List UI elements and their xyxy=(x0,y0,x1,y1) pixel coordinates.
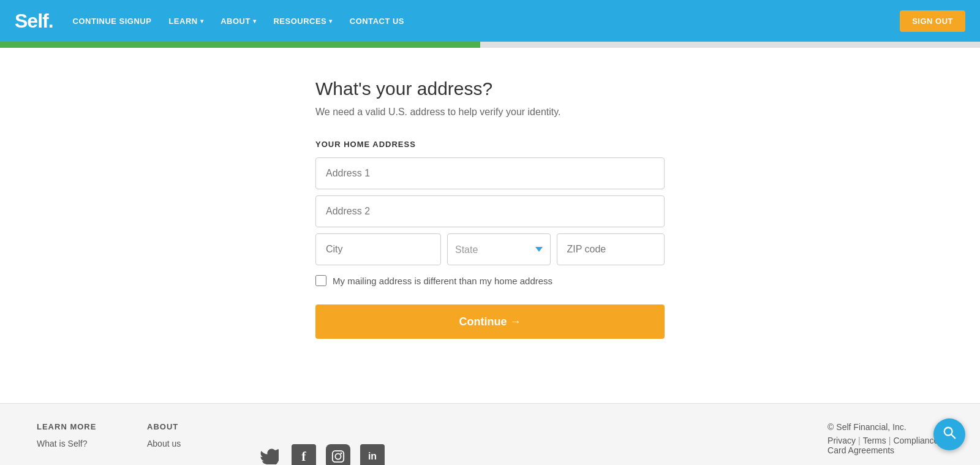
progress-bar-fill xyxy=(0,42,480,48)
footer-company: © Self Financial, Inc. xyxy=(827,422,943,432)
footer-learn-more: LEARN MORE What is Self? xyxy=(37,422,110,452)
twitter-icon[interactable] xyxy=(257,444,282,465)
nav-resources[interactable]: RESOURCES ▾ xyxy=(273,17,332,26)
linkedin-icon[interactable]: in xyxy=(360,444,385,465)
svg-point-1 xyxy=(335,453,341,459)
footer-learn-more-heading: LEARN MORE xyxy=(37,422,110,431)
footer-link-what-is-self[interactable]: What is Self? xyxy=(37,439,110,448)
facebook-icon[interactable]: f xyxy=(292,444,316,465)
address-form: State ALAKAZAR CACOCTDE FLGAHIID ILINIAK… xyxy=(315,157,665,339)
footer: LEARN MORE What is Self? ABOUT About us … xyxy=(0,403,980,465)
sign-out-button[interactable]: SIGN OUT xyxy=(900,10,965,32)
instagram-icon[interactable] xyxy=(326,444,350,465)
footer-compliance-link[interactable]: Compliance xyxy=(893,436,938,445)
footer-card-agreements-link[interactable]: Card Agreements xyxy=(827,445,894,455)
zip-input[interactable] xyxy=(557,233,665,265)
progress-bar xyxy=(0,42,980,48)
address2-input[interactable] xyxy=(315,195,665,227)
search-fab[interactable] xyxy=(933,418,965,450)
chevron-down-icon: ▾ xyxy=(329,18,333,25)
social-icons-group: f in xyxy=(257,444,385,465)
logo: Self. xyxy=(15,10,53,32)
mailing-address-checkbox[interactable] xyxy=(315,275,326,286)
page-subtitle: We need a valid U.S. address to help ver… xyxy=(315,107,665,118)
footer-about-heading: ABOUT xyxy=(147,422,221,431)
search-icon xyxy=(943,426,956,443)
mailing-address-label: My mailing address is different than my … xyxy=(333,276,552,286)
continue-button[interactable]: Continue → xyxy=(315,304,665,339)
city-input[interactable] xyxy=(315,233,441,265)
svg-point-2 xyxy=(341,453,342,455)
nav-contact-us[interactable]: CONTACT US xyxy=(350,17,404,26)
footer-about: ABOUT About us xyxy=(147,422,221,452)
nav-continue-signup[interactable]: CONTINUE SIGNUP xyxy=(73,17,152,26)
nav-learn[interactable]: LEARN ▾ xyxy=(168,17,203,26)
chevron-down-icon: ▾ xyxy=(200,18,204,25)
svg-line-4 xyxy=(951,434,955,438)
page-title: What's your address? xyxy=(315,78,665,99)
footer-terms-link[interactable]: Terms xyxy=(863,436,886,445)
city-state-zip-row: State ALAKAZAR CACOCTDE FLGAHIID ILINIAK… xyxy=(315,233,665,265)
form-container: What's your address? We need a valid U.S… xyxy=(315,78,665,339)
footer-card-agreements: Card Agreements xyxy=(827,445,943,455)
footer-legal: © Self Financial, Inc. Privacy | Terms |… xyxy=(827,422,943,455)
footer-legal-links: Privacy | Terms | Compliance | xyxy=(827,436,943,445)
mailing-address-row: My mailing address is different than my … xyxy=(315,275,665,286)
main-content: What's your address? We need a valid U.S… xyxy=(0,48,980,403)
header: Self. CONTINUE SIGNUP LEARN ▾ ABOUT ▾ RE… xyxy=(0,0,980,42)
state-select[interactable]: State ALAKAZAR CACOCTDE FLGAHIID ILINIAK… xyxy=(447,233,551,265)
address1-input[interactable] xyxy=(315,157,665,189)
nav: CONTINUE SIGNUP LEARN ▾ ABOUT ▾ RESOURCE… xyxy=(73,17,900,26)
nav-about[interactable]: ABOUT ▾ xyxy=(221,17,256,26)
separator-2: | xyxy=(889,436,891,445)
form-section-label: YOUR HOME ADDRESS xyxy=(315,140,665,149)
footer-privacy-link[interactable]: Privacy xyxy=(827,436,856,445)
footer-link-about-us[interactable]: About us xyxy=(147,439,221,448)
svg-rect-0 xyxy=(333,451,344,462)
separator-1: | xyxy=(858,436,861,445)
chevron-down-icon: ▾ xyxy=(253,18,257,25)
